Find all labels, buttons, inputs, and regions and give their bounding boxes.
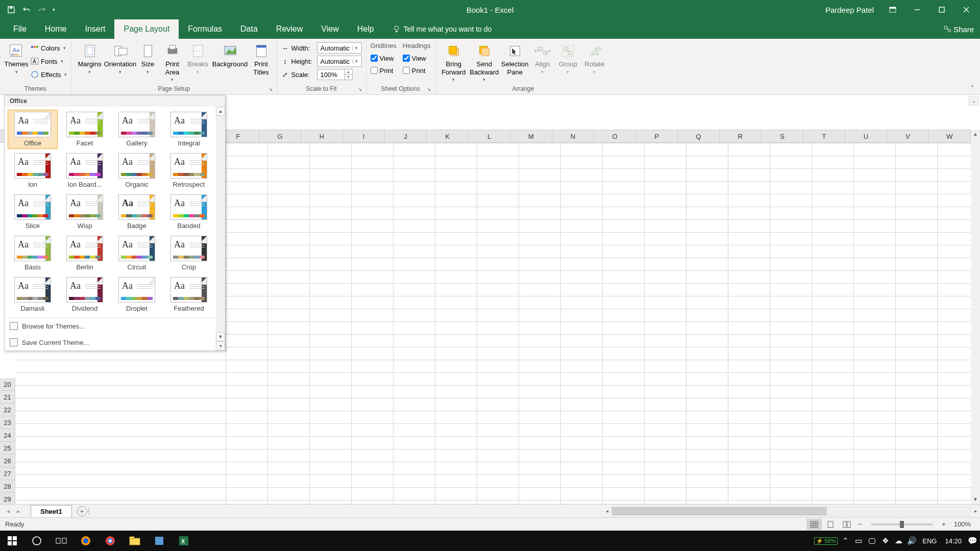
tray-onedrive-icon[interactable]: ☁ (893, 536, 904, 545)
column-header[interactable]: M (510, 130, 552, 142)
row-header[interactable]: 25 (0, 442, 15, 455)
theme-item-facet[interactable]: AaFacet (60, 110, 110, 149)
hscroll-right-icon[interactable]: ▸ (971, 508, 980, 514)
column-header[interactable]: P (636, 130, 678, 142)
horizontal-scrollbar[interactable]: ◂ ▸ (602, 507, 980, 516)
view-page-break-icon[interactable] (839, 519, 854, 530)
theme-item-dividend[interactable]: AaDividend (60, 275, 110, 314)
minimize-icon[interactable] (905, 0, 929, 19)
share-button[interactable]: Share (943, 19, 974, 39)
start-button[interactable] (0, 531, 24, 551)
theme-item-gallery[interactable]: AaGallery (112, 110, 162, 149)
tray-display-icon[interactable]: 🖵 (866, 537, 877, 545)
tab-page-layout[interactable]: Page Layout (114, 19, 179, 39)
theme-item-damask[interactable]: AaDamask (8, 275, 58, 314)
panel-resize-grip-icon[interactable]: ⋰ (220, 344, 224, 349)
tray-overflow-icon[interactable]: ⌃ (840, 536, 851, 545)
align-button[interactable]: Align▾ (531, 41, 554, 74)
column-header[interactable]: W (929, 130, 971, 142)
headings-view-checkbox[interactable]: View (403, 53, 431, 64)
selection-pane-button[interactable]: Selection Pane (501, 41, 529, 76)
send-backward-button[interactable]: Send Backward▾ (470, 41, 499, 82)
tab-help[interactable]: Help (348, 19, 383, 39)
theme-item-ion-board-[interactable]: AaIon Board... (60, 151, 110, 190)
effects-button[interactable]: Effects▾ (31, 68, 67, 81)
colors-button[interactable]: Colors▾ (31, 42, 67, 54)
column-header[interactable]: H (301, 130, 343, 142)
view-normal-icon[interactable] (806, 519, 822, 530)
zoom-value[interactable]: 100% (950, 520, 975, 528)
battery-badge[interactable]: ⚡58% (814, 537, 838, 545)
headings-print-checkbox[interactable]: Print (403, 65, 431, 76)
row-header[interactable]: 28 (0, 480, 15, 493)
column-header[interactable]: R (720, 130, 762, 142)
tab-split-handle[interactable]: ⋮ (87, 505, 90, 518)
page-setup-launcher[interactable] (268, 86, 275, 92)
theme-item-integral[interactable]: AaIntegral (164, 110, 214, 149)
theme-item-crop[interactable]: AaCrop (164, 234, 214, 273)
bring-forward-button[interactable]: Bring Forward▾ (439, 41, 468, 82)
row-header[interactable]: 23 (0, 416, 15, 429)
theme-item-slice[interactable]: AaSlice (8, 192, 58, 232)
tray-touchpad-icon[interactable]: ▭ (853, 536, 864, 545)
undo-icon[interactable] (19, 3, 34, 17)
browse-themes-item[interactable]: Browse for Themes... (5, 318, 225, 334)
column-header[interactable]: G (259, 130, 301, 142)
breaks-button[interactable]: Breaks▾ (186, 41, 210, 74)
zoom-out-button[interactable]: − (855, 520, 866, 528)
theme-item-droplet[interactable]: AaDroplet (112, 275, 162, 314)
margins-button[interactable]: Margins▾ (76, 41, 104, 74)
save-theme-item[interactable]: Save Current Theme... (5, 334, 225, 350)
background-button[interactable]: Background (212, 41, 248, 68)
theme-item-banded[interactable]: AaBanded (164, 192, 214, 232)
row-header[interactable]: 20 (0, 378, 15, 391)
themes-button[interactable]: Aa Themes ▾ (4, 41, 29, 74)
qat-customize-icon[interactable]: ▾ (50, 3, 57, 17)
tab-insert[interactable]: Insert (76, 19, 114, 39)
scroll-down-icon[interactable]: ▼ (971, 495, 980, 504)
taskbar-excel-icon[interactable]: X (172, 531, 196, 551)
column-header[interactable]: N (552, 130, 594, 142)
tab-review[interactable]: Review (267, 19, 312, 39)
taskbar-explorer-icon[interactable] (122, 531, 147, 551)
scroll-up-icon[interactable]: ▲ (971, 130, 980, 139)
column-header[interactable]: V (887, 130, 929, 142)
hscroll-thumb[interactable] (612, 507, 827, 515)
theme-item-circuit[interactable]: AaCircuit (112, 234, 162, 273)
taskbar-app-icon[interactable] (147, 531, 172, 551)
sheet-options-launcher[interactable] (427, 86, 433, 92)
ribbon-display-icon[interactable] (881, 0, 904, 19)
column-header[interactable]: J (385, 130, 427, 142)
theme-item-ion[interactable]: AaIon (8, 151, 58, 190)
tray-dropbox-icon[interactable]: ❖ (879, 536, 891, 545)
column-header[interactable]: S (762, 130, 803, 142)
print-area-button[interactable]: Print Area▾ (161, 41, 184, 82)
user-name[interactable]: Pardeep Patel (819, 6, 880, 14)
tab-view[interactable]: View (312, 19, 348, 39)
tell-me-search[interactable]: Tell me what you want to do (383, 19, 492, 39)
tray-language[interactable]: ENG (919, 537, 940, 545)
scale-spinner[interactable]: 100%▲▼ (317, 69, 353, 80)
column-header[interactable]: I (343, 130, 385, 142)
tray-volume-icon[interactable]: 🔊 (906, 536, 917, 545)
themes-scroll-down-icon[interactable]: ▼ (216, 332, 225, 341)
hscroll-left-icon[interactable]: ◂ (602, 508, 611, 514)
theme-item-organic[interactable]: AaOrganic (112, 151, 162, 190)
close-icon[interactable] (954, 0, 978, 19)
vertical-scrollbar[interactable]: ▲ ▼ (971, 130, 980, 504)
gridlines-print-checkbox[interactable]: Print (371, 65, 397, 76)
tab-file[interactable]: File (4, 19, 36, 39)
sheet-nav-next-icon[interactable]: ▸ (14, 508, 22, 515)
maximize-icon[interactable] (930, 0, 953, 19)
width-combo[interactable]: Automatic▾ (317, 42, 362, 54)
zoom-in-button[interactable]: + (939, 520, 949, 528)
collapse-ribbon-icon[interactable]: ⌃ (970, 84, 975, 91)
theme-item-badge[interactable]: AaBadge (112, 192, 162, 232)
column-header[interactable]: U (845, 130, 887, 142)
redo-icon[interactable] (35, 3, 49, 17)
fonts-button[interactable]: AFonts▾ (31, 55, 67, 67)
tab-formulas[interactable]: Formulas (179, 19, 231, 39)
task-view-icon[interactable] (49, 531, 74, 551)
column-header[interactable]: K (427, 130, 469, 142)
row-header[interactable]: 24 (0, 429, 15, 442)
